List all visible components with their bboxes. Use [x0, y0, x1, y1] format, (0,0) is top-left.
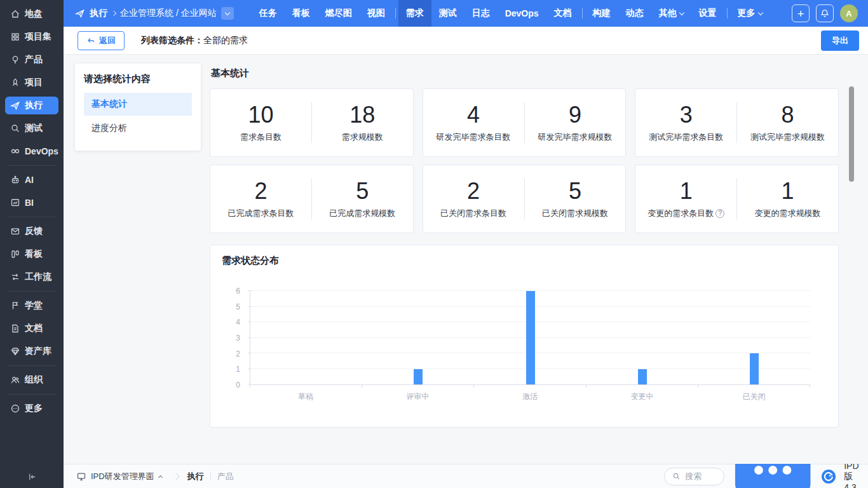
tab-dynamic[interactable]: 动态 [618, 0, 651, 27]
stat-label: 已关闭需求规模数 [542, 208, 608, 219]
sidebar-item-dashboard[interactable]: 地盘 [5, 5, 58, 23]
tab-build[interactable]: 构建 [585, 0, 618, 27]
panel-item-basic-stats[interactable]: 基本统计 [84, 93, 192, 116]
back-button[interactable]: 返回 [78, 31, 125, 50]
kanban-icon [10, 249, 20, 259]
mail-icon [10, 226, 20, 236]
scrollbar-thumb[interactable] [849, 86, 854, 182]
avatar[interactable]: A [840, 4, 858, 22]
stat-value: 8 [782, 102, 794, 128]
tab-story[interactable]: 需求 [398, 0, 431, 27]
sidebar-item-workflow[interactable]: 工作流 [5, 268, 58, 286]
sidebar-divider [8, 365, 56, 366]
breadcrumb-separator-icon [172, 473, 179, 480]
sidebar-divider [8, 217, 56, 217]
tab-kanban[interactable]: 看板 [285, 0, 318, 27]
infinity-icon [10, 146, 20, 156]
sidebar-item-doc[interactable]: 文档 [5, 320, 58, 337]
sidebar-item-qa[interactable]: 测试 [5, 119, 58, 137]
panel-item-progress-analysis[interactable]: 进度分析 [84, 117, 192, 140]
stat-value: 4 [467, 102, 480, 128]
sidebar-collapse-button[interactable] [0, 465, 64, 488]
breadcrumb-execution[interactable]: 执行 [187, 471, 204, 482]
bar-评审中 [362, 291, 474, 384]
sidebar-item-assets[interactable]: 资产库 [5, 342, 58, 360]
stat-value: 1 [782, 179, 794, 204]
stat-card: 10需求条目数 18需求规模数 [210, 88, 414, 157]
search-input[interactable] [685, 471, 716, 481]
tab-settings[interactable]: 设置 [691, 0, 724, 27]
tab-view[interactable]: 视图 [360, 0, 393, 27]
search-icon [10, 123, 20, 133]
x-axis-label: 草稿 [250, 391, 362, 402]
x-axis-labels: 草稿评审中激活变更中已关闭 [250, 391, 810, 402]
sidebar-item-devops[interactable]: DevOps [5, 142, 58, 160]
sidebar-item-label: 反馈 [25, 226, 43, 237]
chevron-down-icon [757, 10, 763, 15]
bar-chart: 0123456 草稿评审中激活变更中已关闭 [250, 291, 810, 402]
sidebar-item-feedback[interactable]: 反馈 [5, 222, 58, 240]
chart-card: 需求状态分布 0123456 草稿评审中激活变更中已关闭 [210, 245, 839, 428]
sidebar-item-bi[interactable]: BI [5, 194, 58, 212]
content-area: 请选择统计内容 基本统计 进度分析 基本统计 10需求条目数 18需求规模数 4… [64, 55, 868, 464]
tab-task[interactable]: 任务 [252, 0, 285, 27]
robot-icon [10, 175, 20, 185]
stat-label: 研发完毕需求规模数 [538, 132, 612, 143]
sidebar-item-program[interactable]: 项目集 [5, 28, 58, 46]
sidebar-item-project[interactable]: 项目 [5, 74, 58, 92]
stat-card: 1变更的需求条目数 1变更的需求规模数 [635, 165, 839, 233]
export-button[interactable]: 导出 [821, 30, 859, 51]
more-icon [10, 403, 20, 414]
sidebar-divider [8, 291, 56, 292]
sidebar-item-label: 文档 [25, 323, 43, 334]
tab-doc[interactable]: 文档 [546, 0, 580, 27]
tab-devops[interactable]: DevOps [498, 0, 546, 27]
stat-value: 2 [467, 179, 480, 204]
sidebar-item-ai[interactable]: AI [5, 171, 58, 189]
notification-button[interactable] [816, 4, 834, 22]
monitor-icon [76, 471, 86, 482]
sidebar-item-more[interactable]: 更多 [5, 400, 58, 417]
sidebar-item-org[interactable]: 组织 [5, 371, 58, 389]
stat-label: 变更的需求条目数 [648, 208, 714, 219]
stat-label: 已关闭需求条目数 [440, 208, 506, 219]
sidebar: 地盘 项目集 产品 项目 执行 测试 DevOps AI [0, 0, 64, 488]
chevron-up-icon [158, 475, 163, 479]
tab-test[interactable]: 测试 [431, 0, 465, 27]
main-region: 执行 企业管理系统 / 企业网站 任务 看板 燃尽图 视图 需求 测试 日志 D… [64, 0, 868, 488]
breadcrumb-product[interactable]: 产品 [217, 471, 234, 482]
chevron-down-icon [679, 10, 684, 15]
sidebar-item-label: 项目集 [25, 31, 51, 43]
tab-log[interactable]: 日志 [465, 0, 498, 27]
sidebar-item-label: 学堂 [25, 300, 43, 311]
gem-icon [10, 346, 20, 356]
stat-label: 研发完毕需求条目数 [437, 132, 511, 143]
version-label: IPD版4.3 [844, 461, 859, 488]
stat-value: 18 [349, 102, 375, 128]
context-switcher[interactable]: 执行 企业管理系统 / 企业网站 [75, 7, 234, 20]
nav-divider [395, 8, 396, 18]
chart-plot-area: 0123456 [250, 291, 810, 385]
stat-label: 需求规模数 [342, 132, 383, 143]
add-button[interactable]: + [792, 4, 810, 22]
x-axis-label: 已关闭 [698, 391, 810, 402]
school-icon [10, 301, 20, 311]
sidebar-item-kanban[interactable]: 看板 [5, 245, 58, 263]
sidebar-item-label: 看板 [25, 248, 43, 260]
sidebar-item-label: 组织 [25, 374, 43, 386]
people-icon [10, 375, 20, 385]
stat-label: 已完成需求规模数 [329, 208, 395, 219]
app-switcher[interactable]: IPD研发管理界面 [76, 471, 162, 482]
help-icon[interactable] [715, 209, 724, 218]
sidebar-item-product[interactable]: 产品 [5, 51, 58, 69]
stat-label: 变更的需求规模数 [755, 208, 821, 219]
search-box[interactable] [664, 468, 724, 485]
filter-label: 列表筛选条件： [141, 35, 203, 45]
sidebar-item-academy[interactable]: 学堂 [5, 297, 58, 315]
tab-more[interactable]: 更多 [730, 0, 770, 27]
tab-burndown[interactable]: 燃尽图 [318, 0, 360, 27]
stat-label: 测试完毕需求规模数 [750, 132, 825, 143]
context-dropdown-button[interactable] [221, 7, 234, 20]
sidebar-item-execution[interactable]: 执行 [5, 97, 58, 114]
tab-other[interactable]: 其他 [651, 0, 691, 27]
